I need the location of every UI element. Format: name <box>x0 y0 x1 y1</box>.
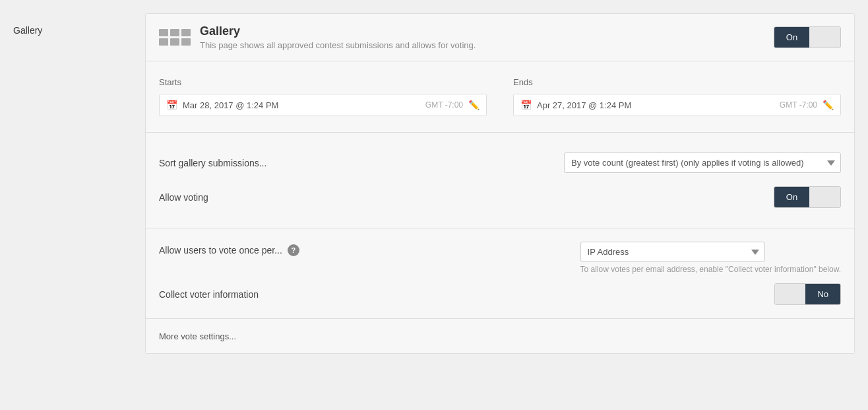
allow-voting-toggle[interactable]: On <box>774 186 841 208</box>
starts-edit-icon[interactable]: ✏️ <box>468 100 480 110</box>
starts-label: Starts <box>159 77 487 87</box>
vote-once-hint: To allow votes per email address, enable… <box>580 265 841 274</box>
settings-section: Sort gallery submissions... By vote coun… <box>146 133 854 228</box>
vote-once-select[interactable]: IP AddressCookieEmail Address <box>580 242 765 262</box>
card-header: Gallery This page shows all approved con… <box>146 14 854 61</box>
sidebar: Gallery <box>0 0 132 410</box>
vote-once-control: IP AddressCookieEmail Address To allow v… <box>580 242 841 274</box>
vote-once-row: Allow users to vote once per... ? IP Add… <box>159 242 841 274</box>
vote-once-label: Allow users to vote once per... ? <box>159 242 580 256</box>
ends-group: Ends 📅 Apr 27, 2017 @ 1:24 PM GMT -7:00 … <box>513 77 841 116</box>
sort-control: By vote count (greatest first) (only app… <box>564 153 841 173</box>
ends-calendar-icon: 📅 <box>520 100 532 110</box>
main-content: Gallery This page shows all approved con… <box>132 0 868 410</box>
sort-select[interactable]: By vote count (greatest first) (only app… <box>564 153 841 173</box>
toggle-off-part <box>809 27 840 48</box>
ends-value: Apr 27, 2017 @ 1:24 PM <box>537 100 780 110</box>
ends-input[interactable]: 📅 Apr 27, 2017 @ 1:24 PM GMT -7:00 ✏️ <box>513 94 841 116</box>
gallery-grid-icon <box>159 29 191 46</box>
starts-timezone: GMT -7:00 <box>425 100 463 110</box>
allow-voting-off-part <box>809 187 840 207</box>
starts-value: Mar 28, 2017 @ 1:24 PM <box>183 100 425 110</box>
ends-timezone: GMT -7:00 <box>780 100 817 110</box>
ends-edit-icon[interactable]: ✏️ <box>822 100 834 110</box>
starts-input[interactable]: 📅 Mar 28, 2017 @ 1:24 PM GMT -7:00 ✏️ <box>159 94 487 116</box>
sort-label: Sort gallery submissions... <box>159 158 564 168</box>
ends-label: Ends <box>513 77 841 87</box>
collect-voter-off-label: No <box>805 284 840 304</box>
header-text: Gallery This page shows all approved con… <box>200 24 774 50</box>
vote-section: Allow users to vote once per... ? IP Add… <box>146 228 854 319</box>
sort-row: Sort gallery submissions... By vote coun… <box>159 146 841 180</box>
more-vote-settings-link[interactable]: More vote settings... <box>159 331 236 341</box>
allow-voting-control: On <box>774 186 841 208</box>
toggle-on-label: On <box>774 27 809 48</box>
collect-voter-label: Collect voter information <box>159 289 774 300</box>
gallery-card: Gallery This page shows all approved con… <box>145 13 855 354</box>
sidebar-item-gallery[interactable]: Gallery <box>13 25 42 36</box>
allow-voting-label: Allow voting <box>159 192 774 203</box>
allow-voting-row: Allow voting On <box>159 180 841 215</box>
allow-voting-on-label: On <box>774 187 809 207</box>
gallery-subtitle: This page shows all approved contest sub… <box>200 40 774 50</box>
more-settings-section: More vote settings... <box>146 319 854 353</box>
help-icon[interactable]: ? <box>288 244 299 256</box>
gallery-toggle[interactable]: On <box>774 26 841 48</box>
collect-voter-row: Collect voter information No <box>159 283 841 305</box>
gallery-title: Gallery <box>200 24 774 38</box>
dates-section: Starts 📅 Mar 28, 2017 @ 1:24 PM GMT -7:0… <box>146 61 854 133</box>
starts-calendar-icon: 📅 <box>166 100 177 110</box>
collect-voter-on-part <box>775 284 806 304</box>
starts-group: Starts 📅 Mar 28, 2017 @ 1:24 PM GMT -7:0… <box>159 77 487 116</box>
collect-voter-toggle[interactable]: No <box>774 283 841 305</box>
